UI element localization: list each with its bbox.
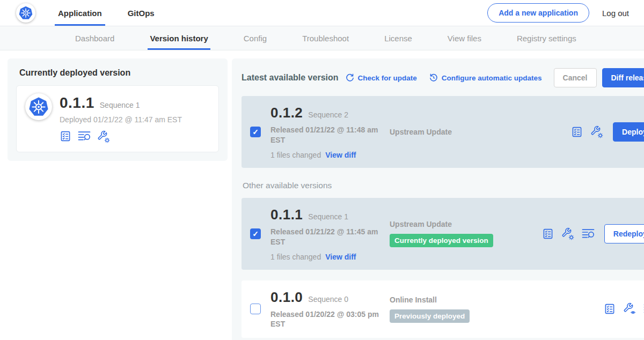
release-notes-magnifier-icon[interactable] (582, 228, 595, 240)
preflight-checklist-icon[interactable] (571, 126, 583, 138)
subtab-config[interactable]: Config (241, 26, 269, 50)
config-wrench-gear-icon[interactable] (561, 227, 574, 240)
version-row-0-1-2: 0.1.2 Sequence 2 Released 01/21/22 @ 11:… (241, 96, 644, 168)
main-content: Currently deployed version 0.1.1 Sequenc… (0, 50, 644, 340)
deployed-timestamp: Deployed 01/21/22 @ 11:47 am EST (60, 115, 182, 124)
release-notes-magnifier-icon[interactable] (78, 130, 91, 143)
config-wrench-gear-icon[interactable] (97, 130, 110, 143)
cancel-button[interactable]: Cancel (554, 68, 597, 87)
tab-application[interactable]: Application (55, 0, 105, 26)
version-number: 0.1.1 (270, 206, 303, 223)
version-checkbox[interactable] (250, 127, 261, 137)
source-label: Upstream Update (390, 220, 542, 228)
app-sub-nav: Dashboard Version history Config Trouble… (0, 26, 644, 50)
currently-deployed-badge: Currently deployed version (390, 234, 493, 247)
subtab-registry-settings[interactable]: Registry settings (515, 26, 579, 50)
check-for-update-link[interactable]: Check for update (345, 73, 417, 83)
subtab-dashboard[interactable]: Dashboard (73, 26, 116, 50)
diff-releases-button[interactable]: Diff releases (602, 68, 644, 87)
subtab-view-files[interactable]: View files (445, 26, 484, 50)
auto-update-clock-icon (429, 73, 438, 83)
version-number: 0.1.0 (270, 289, 303, 306)
version-checkbox[interactable] (250, 304, 261, 314)
config-wrench-eye-icon[interactable] (623, 302, 636, 315)
released-timestamp: Released 01/21/22 @ 11:45 am EST (270, 227, 387, 247)
version-source: Upstream Update (387, 128, 571, 136)
deploy-button[interactable]: Deploy (613, 122, 644, 142)
tab-gitops[interactable]: GitOps (125, 0, 158, 26)
version-checkbox[interactable] (250, 228, 261, 239)
version-source: Online Install Previously deployed (387, 295, 604, 323)
add-application-button[interactable]: Add a new application (487, 3, 589, 23)
version-actions: Redeploy (542, 224, 644, 243)
subtab-license[interactable]: License (382, 26, 414, 50)
subtab-troubleshoot[interactable]: Troubleshoot (300, 26, 351, 50)
deployed-version-number: 0.1.1 (60, 94, 94, 112)
latest-available-title: Latest available version (241, 73, 339, 83)
redeploy-button[interactable]: Redeploy (604, 224, 644, 243)
version-actions (604, 302, 644, 315)
panel-header: Latest available version Check for updat… (241, 68, 644, 87)
version-row-0-1-0: 0.1.0 Sequence 0 Released 01/20/22 @ 03:… (241, 280, 644, 338)
refresh-icon (345, 73, 355, 83)
version-info: 0.1.1 Sequence 1 Released 01/21/22 @ 11:… (270, 206, 387, 261)
subtab-version-history[interactable]: Version history (148, 26, 210, 50)
source-label: Online Install (390, 295, 604, 304)
preflight-checklist-icon[interactable] (60, 130, 71, 143)
currently-deployed-title: Currently deployed version (19, 68, 219, 78)
sequence-label: Sequence 1 (308, 212, 348, 221)
released-timestamp: Released 01/21/22 @ 11:48 am EST (270, 125, 387, 145)
preflight-checklist-icon[interactable] (542, 228, 554, 240)
files-changed-line: 1 files changedView diff (270, 253, 387, 261)
kubernetes-logo-icon (28, 96, 49, 117)
released-timestamp: Released 01/20/22 @ 03:05 pm EST (270, 309, 387, 330)
version-actions: Deploy (571, 122, 644, 142)
logout-link[interactable]: Log out (602, 9, 629, 18)
deployed-action-icons (60, 130, 182, 143)
files-changed-line: 1 files changedView diff (270, 151, 387, 159)
top-nav-right: Add a new application Log out (487, 3, 629, 23)
configure-automatic-updates-link[interactable]: Configure automatic updates (429, 73, 542, 83)
version-history-panel: Latest available version Check for updat… (232, 58, 644, 340)
app-logo-large (25, 93, 52, 120)
deployed-version-card: 0.1.1 Sequence 1 Deployed 01/21/22 @ 11:… (16, 85, 219, 152)
sequence-label: Sequence 2 (308, 110, 348, 119)
version-source: Upstream Update Currently deployed versi… (387, 220, 542, 247)
top-nav-tabs: Application GitOps (55, 0, 177, 26)
deployed-version-info: 0.1.1 Sequence 1 Deployed 01/21/22 @ 11:… (60, 93, 182, 143)
version-number: 0.1.2 (270, 105, 303, 121)
other-available-versions-title: Other available versions (243, 181, 644, 190)
sequence-label: Sequence 0 (308, 295, 348, 304)
config-wrench-gear-icon[interactable] (590, 125, 603, 138)
version-row-0-1-1: 0.1.1 Sequence 1 Released 01/21/22 @ 11:… (241, 198, 644, 270)
view-diff-link[interactable]: View diff (325, 253, 356, 261)
version-info: 0.1.0 Sequence 0 Released 01/20/22 @ 03:… (270, 289, 387, 330)
app-logo (16, 3, 35, 23)
previously-deployed-badge: Previously deployed (390, 309, 470, 323)
kubernetes-logo-icon (18, 5, 33, 20)
version-info: 0.1.2 Sequence 2 Released 01/21/22 @ 11:… (270, 105, 387, 159)
view-diff-link[interactable]: View diff (325, 151, 356, 159)
preflight-checklist-icon[interactable] (604, 303, 616, 315)
currently-deployed-card: Currently deployed version 0.1.1 Sequenc… (8, 58, 228, 161)
top-nav: Application GitOps Add a new application… (0, 0, 644, 26)
deployed-sequence-label: Sequence 1 (100, 101, 140, 109)
source-label: Upstream Update (390, 128, 571, 136)
